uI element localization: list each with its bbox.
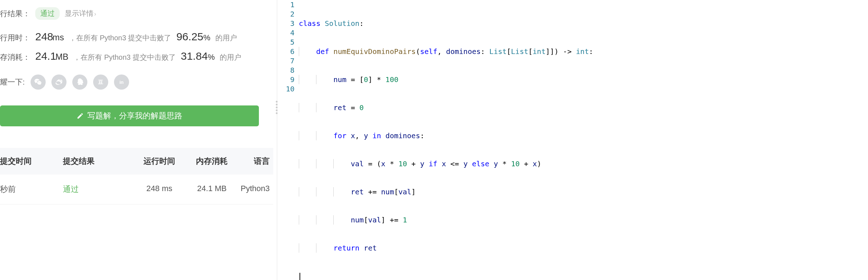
code-line: num = [0] * 100 [299,75,868,84]
memory-value: 24.1 [35,50,56,62]
line-number: 6 [277,47,299,56]
code-line: num[val] += 1 [299,215,868,225]
memory-label: 存消耗： [0,52,30,62]
memory-desc2: 的用户 [220,53,241,62]
code-line: for x, y in dominoes: [299,131,868,140]
line-number: 9 [277,75,299,84]
line-number: 10 [277,84,299,94]
code-line [299,271,868,280]
cursor [300,273,300,280]
runtime-percent: 96.25 [176,31,203,42]
line-number: 7 [277,56,299,66]
show-details-link[interactable]: 显示详情› [65,9,96,18]
line-number: 8 [277,66,299,75]
douban-icon[interactable]: 豆 [93,74,108,90]
pencil-icon [77,112,84,119]
svg-text:in: in [119,80,124,85]
code-line: def numEquivDominoPairs(self, dominoes: … [299,47,868,56]
code-content[interactable]: class Solution: def numEquivDominoPairs(… [299,0,868,280]
line-number: 4 [277,28,299,37]
header-runtime: 运行时间 [133,156,186,167]
svg-text:豆: 豆 [98,79,103,85]
runtime-value: 248 [35,31,53,42]
write-solution-button[interactable]: 写题解，分享我的解题思路 [0,105,259,126]
header-memory: 内存消耗 [186,156,238,167]
code-line: ret = 0 [299,103,868,112]
wechat-icon[interactable] [31,74,46,90]
code-line: ret += num[val] [299,187,868,197]
drag-handle-icon [276,101,278,114]
code-line: return ret [299,243,868,253]
memory-desc: ，在所有 Python3 提交中击败了 [73,53,176,62]
result-header: 行结果： 通过 显示详情› [0,0,277,27]
header-result: 提交结果 [63,156,133,167]
cell-memory: 24.1 MB [186,184,238,195]
memory-stat: 存消耗： 24.1 MB ，在所有 Python3 提交中击败了 31.84% … [0,46,277,66]
table-row[interactable]: 秒前 通过 248 ms 24.1 MB Python3 [0,175,273,204]
line-number: 3 [277,19,299,28]
linkedin-icon[interactable]: in [114,74,129,90]
qq-icon[interactable] [72,74,87,90]
code-line: class Solution: [299,19,868,28]
status-badge: 通过 [35,7,60,20]
header-lang: 语言 [238,156,273,167]
results-panel: 行结果： 通过 显示详情› 行用时： 248 ms ，在所有 Python3 提… [0,0,277,280]
share-row: 耀一下: 豆 in [0,66,277,98]
runtime-stat: 行用时： 248 ms ，在所有 Python3 提交中击败了 96.25% 的… [0,27,277,46]
memory-percent: 31.84 [181,50,208,62]
submissions-table: 提交时间 提交结果 运行时间 内存消耗 语言 秒前 通过 248 ms 24.1… [0,148,273,204]
runtime-label: 行用时： [0,33,30,43]
cell-time: 秒前 [0,184,63,195]
code-editor[interactable]: 1 2 3 4 5 6 7 8 9 10 class Solution: def… [277,0,868,280]
table-header: 提交时间 提交结果 运行时间 内存消耗 语言 [0,148,273,175]
cell-lang: Python3 [238,184,273,195]
result-label: 行结果： [0,9,30,19]
weibo-icon[interactable] [51,74,67,90]
code-line: val = (x * 10 + y if x <= y else y * 10 … [299,159,868,168]
line-number: 5 [277,37,299,47]
panel-divider[interactable] [277,0,277,280]
share-label: 耀一下: [0,77,25,87]
runtime-unit: ms [52,32,64,42]
runtime-desc2: 的用户 [215,33,237,43]
cell-runtime: 248 ms [133,184,186,195]
cell-result: 通过 [63,184,133,195]
chevron-right-icon: › [94,11,96,17]
line-number: 2 [277,9,299,19]
line-gutter: 1 2 3 4 5 6 7 8 9 10 [277,0,299,280]
runtime-desc: ，在所有 Python3 提交中击败了 [69,33,172,43]
header-time: 提交时间 [0,156,63,167]
memory-unit: MB [55,52,68,62]
line-number: 1 [277,0,299,9]
